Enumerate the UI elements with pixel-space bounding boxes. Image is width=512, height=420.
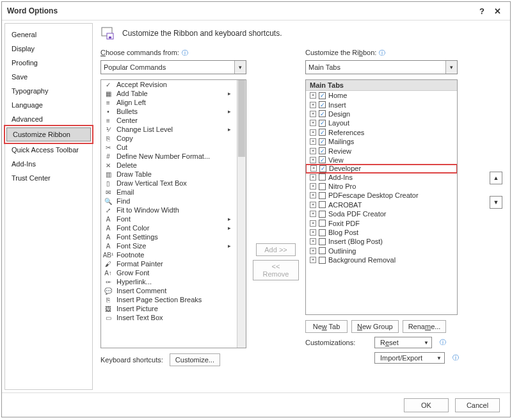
move-down-button[interactable]: ▼ bbox=[490, 196, 502, 209]
rename-button[interactable]: Rename... bbox=[403, 320, 447, 333]
expand-icon[interactable]: + bbox=[310, 111, 316, 117]
customize-shortcuts-button[interactable]: Customize... bbox=[170, 353, 220, 366]
tree-item-developer[interactable]: +✓Developer bbox=[305, 164, 458, 173]
info-icon[interactable]: ⓘ bbox=[440, 338, 446, 347]
close-icon[interactable]: ✕ bbox=[490, 3, 505, 19]
sidebar-item-proofing[interactable]: Proofing bbox=[5, 56, 92, 70]
tree-item-home[interactable]: +✓Home bbox=[306, 91, 457, 100]
tree-item-foxit-pdf[interactable]: +Foxit PDF bbox=[306, 218, 457, 227]
command-item[interactable]: AFont Settings bbox=[101, 232, 237, 241]
remove-button[interactable]: << Remove bbox=[253, 260, 299, 280]
expand-icon[interactable]: + bbox=[310, 148, 316, 154]
command-item[interactable]: 🖌Format Painter bbox=[101, 259, 237, 268]
tree-item-insert-blog-post-[interactable]: +Insert (Blog Post) bbox=[306, 237, 457, 246]
expand-icon[interactable]: + bbox=[310, 165, 317, 172]
new-tab-button[interactable]: New Tab bbox=[305, 320, 348, 333]
command-item[interactable]: 🖼Insert Picture bbox=[101, 304, 237, 313]
command-item[interactable]: AFont▸ bbox=[101, 214, 237, 223]
expand-icon[interactable]: + bbox=[310, 257, 316, 263]
command-item[interactable]: ⬰Hyperlink... bbox=[101, 277, 237, 286]
sidebar-item-language[interactable]: Language bbox=[5, 98, 92, 112]
checkbox[interactable]: ✓ bbox=[319, 101, 326, 108]
move-up-button[interactable]: ▲ bbox=[490, 172, 502, 184]
info-icon[interactable]: ⓘ bbox=[452, 353, 459, 362]
sidebar-item-advanced[interactable]: Advanced bbox=[5, 112, 92, 126]
expand-icon[interactable]: + bbox=[310, 248, 316, 254]
checkbox[interactable] bbox=[319, 174, 326, 181]
tree-item-design[interactable]: +✓Design bbox=[306, 109, 457, 118]
tree-item-references[interactable]: +✓References bbox=[306, 128, 457, 137]
sidebar-item-trust-center[interactable]: Trust Center bbox=[5, 171, 92, 185]
sidebar-item-display[interactable]: Display bbox=[5, 42, 92, 56]
cancel-button[interactable]: Cancel bbox=[455, 398, 500, 412]
checkbox[interactable]: ✓ bbox=[319, 129, 326, 136]
expand-icon[interactable]: + bbox=[310, 202, 316, 208]
tree-item-blog-post[interactable]: +Blog Post bbox=[306, 228, 457, 237]
tree-item-view[interactable]: +✓View bbox=[306, 156, 457, 165]
command-item[interactable]: AFont Color▸ bbox=[101, 223, 237, 232]
command-item[interactable]: 💬Insert Comment bbox=[101, 286, 237, 295]
checkbox[interactable]: ✓ bbox=[319, 165, 326, 172]
command-item[interactable]: #Define New Number Format... bbox=[101, 152, 237, 161]
expand-icon[interactable]: + bbox=[310, 174, 316, 181]
expand-icon[interactable]: + bbox=[310, 238, 316, 245]
tree-item-add-ins[interactable]: +Add-Ins bbox=[306, 173, 457, 182]
tree-item-background-removal[interactable]: +Background Removal bbox=[306, 255, 457, 264]
command-item[interactable]: ▭Insert Text Box bbox=[101, 313, 237, 322]
ok-button[interactable]: OK bbox=[404, 398, 449, 412]
command-item[interactable]: AFont Size▸ bbox=[101, 241, 237, 250]
command-item[interactable]: A↑Grow Font bbox=[101, 268, 237, 277]
choose-commands-dropdown[interactable]: Popular Commands ▾ bbox=[100, 60, 246, 74]
expand-icon[interactable]: + bbox=[310, 192, 316, 198]
import-export-dropdown[interactable]: Import/Export bbox=[374, 352, 445, 364]
add-button[interactable]: Add >> bbox=[256, 243, 296, 256]
checkbox[interactable] bbox=[319, 183, 326, 190]
command-item[interactable]: ⤢Fit to Window Width bbox=[101, 206, 237, 214]
command-item[interactable]: ⎘Copy bbox=[101, 134, 237, 143]
tree-item-review[interactable]: +✓Review bbox=[306, 146, 457, 155]
chevron-down-icon[interactable]: ▾ bbox=[234, 61, 246, 74]
command-item[interactable]: ✂Cut bbox=[101, 143, 237, 152]
checkbox[interactable] bbox=[319, 238, 326, 245]
help-icon[interactable]: ? bbox=[474, 3, 490, 19]
command-item[interactable]: ✓Accept Revision bbox=[101, 80, 237, 89]
sidebar-item-general[interactable]: General bbox=[5, 28, 92, 42]
tree-item-acrobat[interactable]: +ACROBAT bbox=[306, 200, 457, 209]
sidebar-item-add-ins[interactable]: Add-Ins bbox=[5, 157, 92, 171]
checkbox[interactable]: ✓ bbox=[319, 156, 326, 163]
info-icon[interactable]: ⓘ bbox=[379, 49, 385, 56]
checkbox[interactable]: ✓ bbox=[319, 147, 326, 154]
expand-icon[interactable]: + bbox=[310, 138, 316, 145]
checkbox[interactable] bbox=[319, 201, 326, 208]
expand-icon[interactable]: + bbox=[310, 129, 316, 136]
expand-icon[interactable]: + bbox=[310, 220, 316, 227]
expand-icon[interactable]: + bbox=[310, 211, 316, 217]
command-item[interactable]: ≡Center bbox=[101, 116, 237, 125]
tree-item-pdfescape-desktop-creator[interactable]: +PDFescape Desktop Creator bbox=[306, 191, 457, 200]
expand-icon[interactable]: + bbox=[310, 157, 316, 163]
checkbox[interactable] bbox=[319, 257, 326, 264]
checkbox[interactable] bbox=[319, 192, 326, 199]
expand-icon[interactable]: + bbox=[310, 183, 316, 190]
checkbox[interactable]: ✓ bbox=[319, 110, 326, 117]
checkbox[interactable]: ✓ bbox=[319, 138, 326, 145]
expand-icon[interactable]: + bbox=[310, 92, 316, 99]
command-item[interactable]: ⅟Change List Level▸ bbox=[101, 125, 237, 134]
command-item[interactable]: ✉Email bbox=[101, 188, 237, 197]
tree-item-mailings[interactable]: +✓Mailings bbox=[306, 137, 457, 146]
command-item[interactable]: •Bullets▸ bbox=[101, 107, 237, 116]
tree-item-insert[interactable]: +✓Insert bbox=[306, 100, 457, 109]
checkbox[interactable] bbox=[319, 220, 326, 227]
new-group-button[interactable]: New Group bbox=[351, 320, 399, 333]
checkbox[interactable]: ✓ bbox=[319, 92, 326, 99]
scrollbar[interactable] bbox=[237, 80, 246, 348]
customize-ribbon-dropdown[interactable]: Main Tabs ▾ bbox=[305, 60, 458, 74]
command-item[interactable]: 🔍Find bbox=[101, 197, 237, 206]
command-item[interactable]: ⎘Insert Page Section Breaks bbox=[101, 295, 237, 304]
checkbox[interactable] bbox=[319, 247, 326, 254]
checkbox[interactable] bbox=[319, 229, 326, 236]
command-item[interactable]: ✕Delete bbox=[101, 161, 237, 170]
checkbox[interactable] bbox=[319, 211, 326, 218]
sidebar-item-typography[interactable]: Typography bbox=[5, 84, 92, 98]
info-icon[interactable]: ⓘ bbox=[182, 49, 188, 56]
